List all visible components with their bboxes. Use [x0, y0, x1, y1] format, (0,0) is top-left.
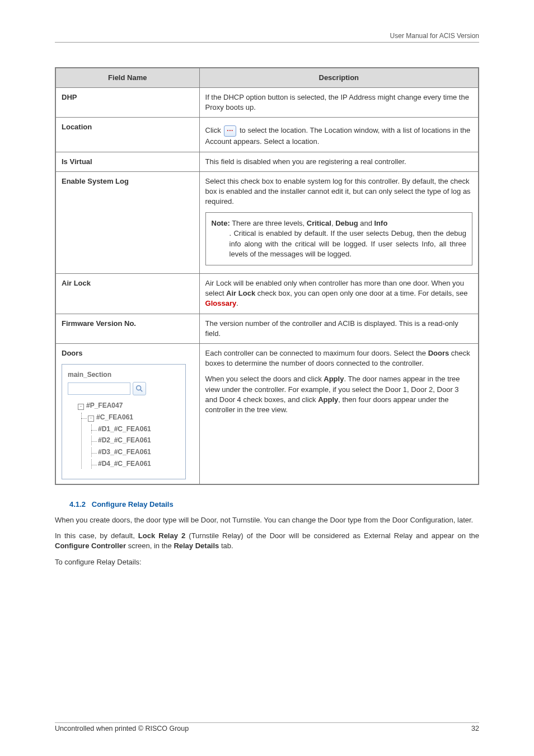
tree: -#P_FEA047 -#C_FEA061 #D1_#C_FEA061 #D2_…	[68, 401, 180, 469]
page: User Manual for ACIS Version Field Name …	[0, 0, 534, 756]
body-paragraph: In this case, by default, Lock Relay 2 (…	[55, 531, 479, 551]
section-title: Configure Relay Details	[92, 500, 174, 508]
tree-root-label: main_Section	[68, 371, 111, 379]
footer-page-number: 32	[471, 724, 479, 734]
body-paragraph: To configure Relay Details:	[55, 557, 479, 567]
field-label: Firmware Version No.	[55, 314, 199, 343]
table-row: Location Click to select the location. T…	[55, 118, 479, 152]
field-label: Enable System Log	[55, 171, 199, 273]
section-number: 4.1.2	[69, 500, 86, 508]
glossary-link[interactable]: Glossary	[205, 299, 237, 307]
table-row: DHP If the DHCP option button is selecte…	[55, 87, 479, 117]
col-field-name: Field Name	[55, 68, 199, 88]
table-row: Air Lock Air Lock will be enabled only w…	[55, 274, 479, 314]
search-icon[interactable]	[133, 382, 146, 395]
search-input[interactable]	[68, 382, 130, 395]
field-description-table: Field Name Description DHP If the DHCP o…	[55, 67, 479, 485]
page-header: User Manual for ACIS Version	[55, 31, 479, 45]
field-desc: Click to select the location. The Locati…	[199, 118, 479, 152]
field-label: Air Lock	[55, 274, 199, 314]
field-desc: This field is disabled when you are regi…	[199, 152, 479, 171]
tree-node[interactable]: -#C_FEA061 #D1_#C_FEA061 #D2_#C_FEA061 #…	[78, 413, 180, 469]
collapse-icon[interactable]: -	[88, 416, 94, 422]
svg-point-0	[137, 386, 141, 390]
footer-left: Uncontrolled when printed © RISCO Group	[55, 724, 189, 734]
tree-leaf[interactable]: #D3_#C_FEA061	[88, 447, 180, 457]
field-desc: If the DHCP option button is selected, t…	[199, 87, 479, 117]
page-footer: Uncontrolled when printed © RISCO Group …	[55, 722, 479, 734]
field-desc: Each controller can be connected to maxi…	[199, 343, 479, 484]
field-desc: Air Lock will be enabled only when contr…	[199, 274, 479, 314]
section-heading: 4.1.2 Configure Relay Details	[55, 500, 479, 510]
table-row: Doors main_Section -#P_FEA047	[55, 343, 479, 484]
field-label: Doors main_Section -#P_FEA047	[55, 343, 199, 484]
col-description: Description	[199, 68, 479, 88]
tree-search-row	[68, 382, 180, 395]
field-label: DHP	[55, 87, 199, 117]
table-row: Firmware Version No. The version number …	[55, 314, 479, 343]
collapse-icon[interactable]: -	[78, 404, 84, 410]
field-label: Is Virtual	[55, 152, 199, 171]
table-header-row: Field Name Description	[55, 68, 479, 88]
tree-leaf[interactable]: #D2_#C_FEA061	[88, 436, 180, 445]
tree-node[interactable]: -#P_FEA047 -#C_FEA061 #D1_#C_FEA061 #D2_…	[68, 401, 180, 469]
field-desc: The version number of the controller and…	[199, 314, 479, 343]
browse-icon[interactable]	[224, 125, 236, 137]
note-box: Note: There are three levels, Critical, …	[205, 212, 472, 265]
tree-leaf[interactable]: #D4_#C_FEA061	[88, 459, 180, 469]
body-paragraph: When you create doors, the door type wil…	[55, 515, 479, 525]
tree-view: main_Section -#P_FEA047	[62, 364, 186, 479]
table-row: Is Virtual This field is disabled when y…	[55, 152, 479, 171]
svg-line-1	[140, 390, 143, 392]
header-title: User Manual for ACIS Version	[390, 32, 479, 40]
field-desc: Select this check box to enable system l…	[199, 171, 479, 273]
tree-leaf[interactable]: #D1_#C_FEA061	[88, 424, 180, 434]
field-label: Location	[55, 118, 199, 152]
table-row: Enable System Log Select this check box …	[55, 171, 479, 273]
